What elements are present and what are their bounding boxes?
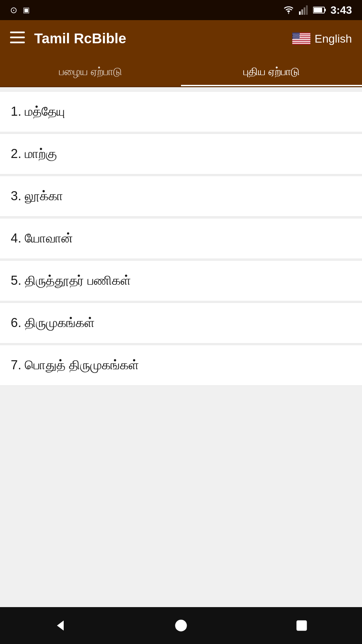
svg-marker-22 xyxy=(57,621,64,631)
status-bar: ⊙ ▣ 3:43 xyxy=(0,0,362,20)
svg-rect-15 xyxy=(292,41,310,42)
list-item[interactable]: 2. மாற்கு xyxy=(0,133,362,174)
svg-rect-2 xyxy=(304,7,305,15)
tab-bar: பழைய ஏற்பாடு புதிய ஏற்பாடு xyxy=(0,57,362,87)
svg-text:★★★★★: ★★★★★ xyxy=(293,37,300,39)
list-item[interactable]: 1. மத்தேயு xyxy=(0,91,362,132)
sim-icon: ▣ xyxy=(23,6,30,14)
list-item-text: 7. பொதுத் திருமுகங்கள் xyxy=(11,358,139,372)
svg-rect-3 xyxy=(306,5,308,15)
svg-point-23 xyxy=(176,620,186,631)
bottom-nav xyxy=(0,607,362,644)
list-item[interactable]: 7. பொதுத் திருமுகங்கள் xyxy=(0,345,362,386)
signal-icon xyxy=(299,5,308,15)
wifi-icon xyxy=(283,5,294,15)
content-area: 1. மத்தேயு 2. மாற்கு 3. லூக்கா 4. யோவான்… xyxy=(0,87,362,607)
svg-rect-14 xyxy=(292,39,310,40)
hamburger-button[interactable] xyxy=(10,32,25,46)
tab-old-testament-label: பழைய ஏற்பாடு xyxy=(59,65,122,78)
svg-rect-7 xyxy=(10,32,25,33)
app-title: Tamil RcBible xyxy=(34,31,126,47)
app-header: Tamil RcBible ★★★★★★ ★★★★★ ★★★★★★ ★★★★★ … xyxy=(0,20,362,57)
tab-old-testament[interactable]: பழைய ஏற்பாடு xyxy=(0,57,181,86)
svg-rect-0 xyxy=(299,11,301,15)
status-bar-right: 3:43 xyxy=(283,4,352,16)
tab-new-testament[interactable]: புதிய ஏற்பாடு xyxy=(181,57,362,86)
list-item[interactable]: 5. திருத்தூதர் பணிகள் xyxy=(0,260,362,301)
list-item[interactable]: 6. திருமுகங்கள் xyxy=(0,303,362,343)
language-selector[interactable]: ★★★★★★ ★★★★★ ★★★★★★ ★★★★★ English xyxy=(292,32,352,45)
language-label: English xyxy=(314,32,352,45)
recents-button[interactable] xyxy=(288,612,315,639)
header-left: Tamil RcBible xyxy=(10,31,126,47)
svg-rect-8 xyxy=(10,37,25,38)
list-item-text: 2. மாற்கு xyxy=(11,147,57,161)
list-item-text: 6. திருமுகங்கள் xyxy=(11,316,95,330)
svg-rect-16 xyxy=(292,43,310,44)
svg-rect-1 xyxy=(301,9,303,15)
battery-icon xyxy=(313,6,326,14)
status-bar-left: ⊙ ▣ xyxy=(10,5,30,15)
list-item[interactable]: 3. லூக்கா xyxy=(0,176,362,217)
back-button[interactable] xyxy=(47,612,74,639)
svg-rect-5 xyxy=(314,8,322,12)
list-item-text: 3. லூக்கா xyxy=(11,189,63,203)
svg-rect-9 xyxy=(10,42,25,43)
flag-icon: ★★★★★★ ★★★★★ ★★★★★★ ★★★★★ xyxy=(292,33,310,45)
svg-rect-6 xyxy=(325,9,326,11)
home-button[interactable] xyxy=(168,612,194,639)
settings-icon: ⊙ xyxy=(10,5,17,15)
tab-new-testament-label: புதிய ஏற்பாடு xyxy=(243,65,300,78)
list-item-text: 4. யோவான் xyxy=(11,231,73,245)
list-item[interactable]: 4. யோவான் xyxy=(0,218,362,259)
status-time: 3:43 xyxy=(330,4,352,16)
list-item-text: 1. மத்தேயு xyxy=(11,104,65,118)
svg-rect-24 xyxy=(297,621,306,630)
list-item-text: 5. திருத்தூதர் பணிகள் xyxy=(11,273,131,287)
